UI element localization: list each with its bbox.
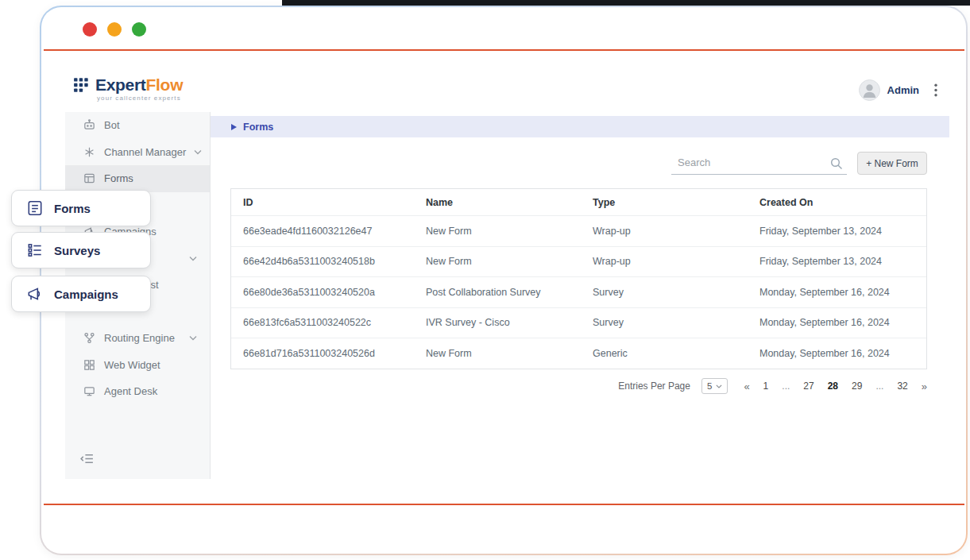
breadcrumb[interactable]: Forms — [211, 116, 949, 137]
cell-type: Wrap-up — [593, 226, 759, 237]
survey-checklist-icon — [26, 241, 44, 259]
cell-type: Wrap-up — [593, 256, 759, 267]
table-row[interactable]: 66e81d716a5311003240526d New Form Generi… — [231, 338, 926, 369]
sidebar-item-web-widget[interactable]: Web Widget — [65, 352, 210, 379]
megaphone-icon — [26, 285, 44, 303]
cell-name: Post Collaboration Survey — [426, 287, 593, 298]
breadcrumb-label: Forms — [243, 122, 273, 133]
cell-type: Survey — [593, 287, 759, 298]
sidebar-item-bot[interactable]: Bot — [65, 112, 210, 139]
form-icon — [26, 199, 44, 217]
page-button-28-current[interactable]: 28 — [828, 380, 838, 392]
table-row[interactable]: 66e813fc6a5311003240522c IVR Survey - Ci… — [231, 307, 926, 338]
entries-per-page-select[interactable]: 5 — [701, 378, 728, 394]
forms-table: ID Name Type Created On 66e3eade4fd11600… — [230, 188, 927, 369]
sidebar-item-label: Agent Desk — [104, 385, 157, 397]
cell-created-on: Monday, September 16, 2024 — [759, 317, 926, 328]
callout-label: Forms — [54, 202, 91, 215]
sidebar-item-label: Forms — [104, 172, 133, 184]
sidebar-item-routing-engine[interactable]: Routing Engine — [65, 325, 210, 352]
next-page-button[interactable]: » — [922, 380, 927, 392]
bot-icon — [83, 118, 96, 132]
channel-manager-icon — [83, 145, 96, 159]
routing-engine-icon — [83, 331, 96, 345]
table-row[interactable]: 66e42d4b6a5311003240518b New Form Wrap-u… — [231, 246, 926, 277]
zoom-window-button[interactable] — [132, 22, 146, 37]
sidebar-collapse-icon[interactable] — [79, 451, 95, 466]
prev-page-button[interactable]: « — [744, 380, 749, 392]
search-input[interactable] — [671, 153, 847, 175]
sidebar-item-agent-desk[interactable]: Agent Desk — [65, 378, 210, 405]
cell-id: 66e81d716a5311003240526d — [243, 348, 426, 359]
column-header-type: Type — [593, 197, 759, 208]
page-button-32[interactable]: 32 — [897, 380, 907, 392]
table-header-row: ID Name Type Created On — [231, 189, 926, 215]
user-menu: Admin — [859, 79, 937, 101]
page-button-1[interactable]: 1 — [763, 380, 769, 392]
chevron-down-icon — [189, 335, 197, 341]
sidebar-item-label: Web Widget — [104, 359, 160, 371]
cell-name: IVR Survey - Cisco — [426, 317, 593, 328]
logo-grid-icon — [73, 76, 91, 94]
callout-forms[interactable]: Forms — [11, 190, 151, 226]
cell-id: 66e813fc6a5311003240522c — [243, 317, 426, 328]
cell-name: New Form — [426, 348, 593, 359]
page-button-27[interactable]: 27 — [803, 380, 813, 392]
cell-created-on: Friday, September 13, 2024 — [759, 256, 926, 267]
sidebar-item-forms[interactable]: Forms — [65, 165, 210, 192]
close-window-button[interactable] — [83, 22, 97, 37]
cell-created-on: Monday, September 16, 2024 — [759, 287, 926, 298]
page-ellipsis: ... — [782, 380, 790, 392]
column-header-created-on: Created On — [759, 197, 926, 208]
cell-name: New Form — [426, 256, 593, 267]
cell-created-on: Monday, September 16, 2024 — [759, 348, 926, 359]
kebab-menu-icon[interactable] — [934, 83, 937, 97]
pagination-bar: Entries Per Page 5 « 1 ... 27 28 29 ... … — [618, 378, 927, 394]
sidebar-item-channel-manager[interactable]: Channel Manager — [65, 139, 210, 166]
cell-name: New Form — [426, 226, 593, 237]
chevron-down-icon — [189, 256, 197, 261]
select-caret-icon — [716, 384, 722, 388]
entries-per-page-value: 5 — [707, 381, 712, 391]
user-avatar[interactable] — [859, 79, 880, 101]
search-field — [671, 153, 847, 175]
chevron-down-icon — [194, 149, 202, 155]
expertflow-logo: ExpertFlow your callcenter experts — [73, 76, 183, 102]
cell-created-on: Friday, September 13, 2024 — [759, 226, 926, 237]
new-form-button[interactable]: + New Form — [857, 152, 927, 175]
web-widget-icon — [83, 358, 96, 372]
callout-label: Surveys — [54, 244, 100, 257]
forms-icon — [83, 172, 96, 185]
column-header-name: Name — [426, 197, 593, 208]
cell-id: 66e80de36a5311003240520a — [243, 287, 426, 298]
agent-desk-icon — [83, 384, 96, 398]
table-row[interactable]: 66e3eade4fd1160032126e47 New Form Wrap-u… — [231, 215, 926, 246]
window-controls — [83, 22, 146, 37]
table-row[interactable]: 66e80de36a5311003240520a Post Collaborat… — [231, 276, 926, 307]
callout-campaigns[interactable]: Campaigns — [11, 276, 151, 312]
page-ellipsis: ... — [875, 380, 883, 392]
logo-brand-secondary: Flow — [146, 75, 184, 94]
sidebar-item-label: Bot — [104, 119, 120, 131]
callout-label: Campaigns — [54, 288, 118, 301]
page-button-29[interactable]: 29 — [852, 380, 862, 392]
column-header-id: ID — [243, 197, 426, 208]
search-icon[interactable] — [829, 156, 844, 171]
bottom-accent-divider — [44, 504, 964, 505]
cell-id: 66e42d4b6a5311003240518b — [243, 256, 426, 267]
browser-window: ExpertFlow your callcenter experts Admin — [40, 6, 968, 555]
browser-window-inner: ExpertFlow your callcenter experts Admin — [41, 7, 966, 554]
cell-type: Survey — [593, 317, 759, 328]
user-name-label: Admin — [887, 84, 919, 96]
pager: « 1 ... 27 28 29 ... 32 » — [744, 380, 927, 392]
cell-type: Generic — [593, 348, 759, 359]
breadcrumb-arrow-icon — [231, 124, 237, 130]
minimize-window-button[interactable] — [107, 22, 122, 37]
sidebar-item-label: Channel Manager — [104, 146, 186, 158]
logo-wordmark: ExpertFlow — [95, 76, 183, 94]
screen-edge-strip — [282, 0, 970, 6]
sidebar-item-label: Routing Engine — [104, 332, 175, 344]
callout-surveys[interactable]: Surveys — [11, 232, 151, 268]
entries-per-page-label: Entries Per Page — [618, 380, 690, 392]
top-accent-divider — [44, 49, 964, 51]
